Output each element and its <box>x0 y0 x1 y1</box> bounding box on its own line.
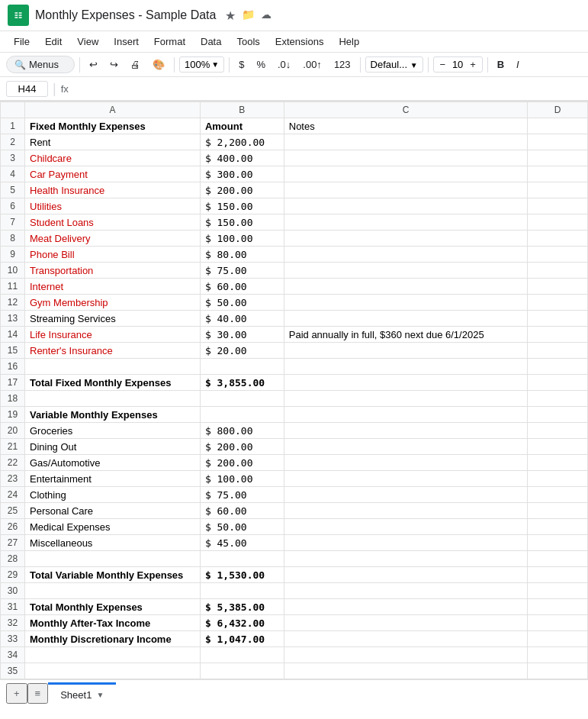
cell-b30[interactable] <box>200 583 284 599</box>
cell-b5[interactable]: $ 200.00 <box>200 182 284 198</box>
cell-a5[interactable]: Health Insurance <box>25 182 201 198</box>
cell-a28[interactable] <box>25 551 201 567</box>
row-number-21[interactable]: 21 <box>1 439 25 455</box>
row-number-16[interactable]: 16 <box>1 359 25 375</box>
dec-decimals-button[interactable]: .0↓ <box>273 56 295 73</box>
cell-a22[interactable]: Gas/Automotive <box>25 455 201 471</box>
cell-d23[interactable] <box>528 471 588 487</box>
cell-c23[interactable] <box>284 471 528 487</box>
cell-c20[interactable] <box>284 423 528 439</box>
cell-b6[interactable]: $ 150.00 <box>200 198 284 214</box>
cell-a31[interactable]: Total Monthly Expenses <box>25 599 201 615</box>
cell-a19[interactable]: Variable Monthly Expenses <box>25 407 201 423</box>
cell-c7[interactable] <box>284 214 528 231</box>
italic-button[interactable]: I <box>512 56 524 73</box>
cell-d19[interactable] <box>528 407 588 423</box>
sheet-list-button[interactable]: ≡ <box>27 683 49 704</box>
cell-b7[interactable]: $ 150.00 <box>200 214 284 231</box>
cell-c6[interactable] <box>284 198 528 214</box>
cell-d8[interactable] <box>528 231 588 247</box>
cell-b31[interactable]: $ 5,385.00 <box>200 599 284 615</box>
row-number-33[interactable]: 33 <box>1 631 25 647</box>
cell-a1[interactable]: Fixed Monthly Expenses <box>25 118 201 134</box>
cell-c18[interactable] <box>284 391 528 407</box>
print-button[interactable]: 🖨 <box>126 56 145 73</box>
cell-b1[interactable]: Amount <box>200 118 284 134</box>
menu-item-file[interactable]: File <box>8 33 36 50</box>
menu-item-format[interactable]: Format <box>148 33 191 50</box>
row-number-28[interactable]: 28 <box>1 551 25 567</box>
cell-a15[interactable]: Renter's Insurance <box>25 343 201 359</box>
cell-d32[interactable] <box>528 615 588 631</box>
cell-c11[interactable] <box>284 279 528 295</box>
cell-d28[interactable] <box>528 551 588 567</box>
cell-b35[interactable] <box>200 663 284 679</box>
cell-d15[interactable] <box>528 343 588 359</box>
row-number-19[interactable]: 19 <box>1 407 25 423</box>
row-number-10[interactable]: 10 <box>1 263 25 279</box>
currency-button[interactable]: $ <box>234 56 249 73</box>
cell-b14[interactable]: $ 30.00 <box>200 327 284 343</box>
menu-item-insert[interactable]: Insert <box>108 33 145 50</box>
menu-item-data[interactable]: Data <box>194 33 227 50</box>
row-number-15[interactable]: 15 <box>1 343 25 359</box>
cell-b34[interactable] <box>200 647 284 663</box>
col-header-c[interactable]: C <box>284 102 528 118</box>
cell-a14[interactable]: Life Insurance <box>25 327 201 343</box>
cell-b28[interactable] <box>200 551 284 567</box>
zoom-control[interactable]: 100% ▼ <box>179 56 224 73</box>
cell-c26[interactable] <box>284 519 528 535</box>
cell-c17[interactable] <box>284 375 528 391</box>
row-number-6[interactable]: 6 <box>1 198 25 214</box>
star-icon[interactable]: ★ <box>225 8 236 23</box>
cell-b29[interactable]: $ 1,530.00 <box>200 567 284 583</box>
row-number-12[interactable]: 12 <box>1 295 25 311</box>
cell-a9[interactable]: Phone Bill <box>25 247 201 263</box>
cell-c29[interactable] <box>284 567 528 583</box>
menu-item-extensions[interactable]: Extensions <box>269 33 330 50</box>
cell-b27[interactable]: $ 45.00 <box>200 535 284 551</box>
row-number-2[interactable]: 2 <box>1 134 25 150</box>
cell-b16[interactable] <box>200 359 284 375</box>
cell-c1[interactable]: Notes <box>284 118 528 134</box>
cell-a7[interactable]: Student Loans <box>25 214 201 231</box>
formula-input[interactable] <box>73 83 582 95</box>
cloud-icon[interactable]: ☁ <box>261 8 272 23</box>
cell-a3[interactable]: Childcare <box>25 150 201 166</box>
cell-c3[interactable] <box>284 150 528 166</box>
row-number-26[interactable]: 26 <box>1 519 25 535</box>
cell-d30[interactable] <box>528 583 588 599</box>
cell-d35[interactable] <box>528 663 588 679</box>
cell-b32[interactable]: $ 6,432.00 <box>200 615 284 631</box>
row-number-31[interactable]: 31 <box>1 599 25 615</box>
cell-b25[interactable]: $ 60.00 <box>200 503 284 519</box>
cell-c4[interactable] <box>284 166 528 182</box>
cell-d7[interactable] <box>528 214 588 231</box>
cell-b17[interactable]: $ 3,855.00 <box>200 375 284 391</box>
cell-d3[interactable] <box>528 150 588 166</box>
paint-format-button[interactable]: 🎨 <box>148 56 169 73</box>
decrease-font-button[interactable]: − <box>437 59 449 70</box>
col-header-d[interactable]: D <box>528 102 588 118</box>
folder-icon[interactable]: 📁 <box>242 8 255 23</box>
cell-b9[interactable]: $ 80.00 <box>200 247 284 263</box>
cell-c13[interactable] <box>284 311 528 327</box>
cell-b33[interactable]: $ 1,047.00 <box>200 631 284 647</box>
cell-c8[interactable] <box>284 231 528 247</box>
cell-a23[interactable]: Entertainment <box>25 471 201 487</box>
row-number-1[interactable]: 1 <box>1 118 25 134</box>
cell-a35[interactable] <box>25 663 201 679</box>
cell-d26[interactable] <box>528 519 588 535</box>
cell-a29[interactable]: Total Variable Monthly Expenses <box>25 567 201 583</box>
col-header-b[interactable]: B <box>200 102 284 118</box>
cell-a24[interactable]: Clothing <box>25 487 201 503</box>
row-number-8[interactable]: 8 <box>1 231 25 247</box>
cell-a18[interactable] <box>25 391 201 407</box>
cell-d5[interactable] <box>528 182 588 198</box>
cell-c10[interactable] <box>284 263 528 279</box>
row-number-27[interactable]: 27 <box>1 535 25 551</box>
cell-d24[interactable] <box>528 487 588 503</box>
cell-b19[interactable] <box>200 407 284 423</box>
cell-c2[interactable] <box>284 134 528 150</box>
row-number-4[interactable]: 4 <box>1 166 25 182</box>
